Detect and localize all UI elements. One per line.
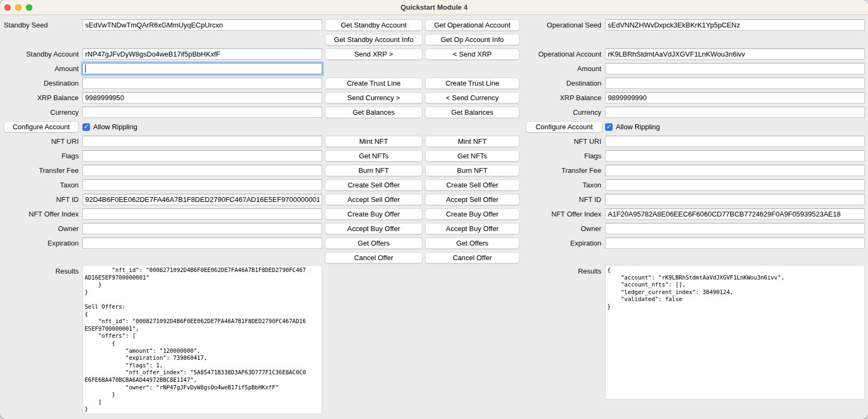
standby-transfer-fee-input[interactable] xyxy=(82,165,322,176)
close-button[interactable] xyxy=(4,4,11,11)
operational-cancel-offer-button[interactable]: Cancel Offer xyxy=(425,252,519,263)
operational-destination-label: Destination xyxy=(522,76,602,90)
operational-burn-nft-button[interactable]: Burn NFT xyxy=(425,165,519,176)
standby-create-trust-line-button[interactable]: Create Trust Line xyxy=(325,78,422,89)
standby-nft-offer-index-label: NFT Offer Index xyxy=(0,207,80,221)
standby-nft-offer-index-input[interactable] xyxy=(82,208,322,220)
operational-currency-label: Currency xyxy=(522,105,602,120)
title-bar: Quickstart Module 4 xyxy=(0,0,868,15)
standby-get-nfts-button[interactable]: Get NFTs xyxy=(325,150,422,162)
operational-seed-label: Operational Seed xyxy=(522,18,602,32)
operational-get-nfts-button[interactable]: Get NFTs xyxy=(425,150,519,162)
standby-expiration-input[interactable] xyxy=(82,238,322,249)
standby-results-textarea[interactable]: "nft_id": "0008271092D4B6F0EE062DE7FA46A… xyxy=(82,265,322,414)
operational-nft-id-input[interactable] xyxy=(605,194,865,205)
standby-taxon-label: Taxon xyxy=(0,178,80,192)
operational-xrp-balance-label: XRP Balance xyxy=(522,90,602,105)
standby-flags-label: Flags xyxy=(0,149,80,163)
standby-expiration-label: Expiration xyxy=(0,236,80,250)
standby-allow-rippling-checkbox[interactable]: Allow Rippling xyxy=(82,123,322,131)
text-caret xyxy=(85,65,86,73)
send-currency-left-button[interactable]: < Send Currency xyxy=(425,92,519,103)
get-standby-account-info-button[interactable]: Get Standby Account Info xyxy=(325,34,422,45)
operational-amount-label: Amount xyxy=(522,61,602,76)
operational-currency-input[interactable] xyxy=(605,107,865,118)
main-form: Standby Seed Get Standby Account Get Ope… xyxy=(0,15,868,418)
operational-nft-id-label: NFT ID xyxy=(522,192,602,207)
operational-mint-nft-button[interactable]: Mint NFT xyxy=(425,136,519,147)
operational-create-sell-offer-button[interactable]: Create Sell Offer xyxy=(425,179,519,191)
operational-expiration-label: Expiration xyxy=(522,236,602,250)
operational-results-label: Results xyxy=(522,265,602,414)
operational-nft-uri-input[interactable] xyxy=(605,136,865,147)
operational-seed-input[interactable] xyxy=(605,19,865,31)
operational-amount-input[interactable] xyxy=(605,63,865,74)
standby-nft-id-input[interactable] xyxy=(82,194,322,205)
operational-create-buy-offer-button[interactable]: Create Buy Offer xyxy=(425,208,519,220)
standby-account-input[interactable] xyxy=(82,48,322,60)
traffic-lights xyxy=(4,0,32,15)
operational-flags-input[interactable] xyxy=(605,150,865,162)
app-window: Quickstart Module 4 Standby Seed Get Sta… xyxy=(0,0,868,419)
standby-currency-input[interactable] xyxy=(82,107,322,118)
operational-results-textarea[interactable]: { "account": "rK9LBRhStdmtAaVdJXGVF1LnKW… xyxy=(605,265,865,400)
operational-allow-rippling-label: Allow Rippling xyxy=(616,123,660,131)
standby-amount-label: Amount xyxy=(0,61,80,76)
operational-get-offers-button[interactable]: Get Offers xyxy=(425,238,519,249)
get-op-account-info-button[interactable]: Get Op Account Info xyxy=(425,34,519,45)
standby-burn-nft-button[interactable]: Burn NFT xyxy=(325,165,422,176)
operational-xrp-balance-input[interactable] xyxy=(605,92,865,103)
operational-account-label: Operational Account xyxy=(522,47,602,61)
standby-nft-uri-input[interactable] xyxy=(82,136,322,147)
operational-transfer-fee-input[interactable] xyxy=(605,165,865,176)
standby-get-offers-button[interactable]: Get Offers xyxy=(325,238,422,249)
standby-owner-input[interactable] xyxy=(82,223,322,234)
standby-get-balances-button[interactable]: Get Balances xyxy=(325,107,422,118)
standby-allow-rippling-label: Allow Rippling xyxy=(93,123,137,131)
window-title: Quickstart Module 4 xyxy=(400,3,467,11)
standby-flags-input[interactable] xyxy=(82,150,322,162)
standby-taxon-input[interactable] xyxy=(82,179,322,191)
standby-xrp-balance-input[interactable] xyxy=(82,92,322,103)
operational-owner-label: Owner xyxy=(522,221,602,236)
standby-create-sell-offer-button[interactable]: Create Sell Offer xyxy=(325,179,422,191)
operational-owner-input[interactable] xyxy=(605,223,865,234)
standby-transfer-fee-label: Transfer Fee xyxy=(0,163,80,178)
operational-destination-input[interactable] xyxy=(605,78,865,89)
operational-taxon-input[interactable] xyxy=(605,179,865,191)
standby-xrp-balance-label: XRP Balance xyxy=(0,90,80,105)
checkbox-checked-icon xyxy=(605,123,613,131)
operational-expiration-input[interactable] xyxy=(605,238,865,249)
standby-configure-account-button[interactable]: Configure Account xyxy=(4,121,79,132)
standby-amount-input[interactable] xyxy=(82,63,322,74)
standby-seed-input[interactable] xyxy=(82,19,322,31)
operational-get-balances-button[interactable]: Get Balances xyxy=(425,107,519,118)
operational-configure-account-button[interactable]: Configure Account xyxy=(526,121,602,132)
standby-mint-nft-button[interactable]: Mint NFT xyxy=(325,136,422,147)
get-operational-account-button[interactable]: Get Operational Account xyxy=(425,19,519,31)
operational-create-trust-line-button[interactable]: Create Trust Line xyxy=(425,78,519,89)
standby-accept-buy-offer-button[interactable]: Accept Buy Offer xyxy=(325,223,422,234)
operational-nft-offer-index-input[interactable] xyxy=(605,208,865,220)
zoom-button[interactable] xyxy=(26,4,32,11)
standby-currency-label: Currency xyxy=(0,105,80,120)
send-xrp-left-button[interactable]: < Send XRP xyxy=(425,48,519,60)
send-currency-right-button[interactable]: Send Currency > xyxy=(325,92,422,103)
operational-account-input[interactable] xyxy=(605,48,865,60)
operational-allow-rippling-checkbox[interactable]: Allow Rippling xyxy=(605,123,865,131)
minimize-button[interactable] xyxy=(15,4,22,11)
standby-destination-label: Destination xyxy=(0,76,80,90)
standby-accept-sell-offer-button[interactable]: Accept Sell Offer xyxy=(325,194,422,205)
operational-accept-sell-offer-button[interactable]: Accept Sell Offer xyxy=(425,194,519,205)
operational-nft-offer-index-label: NFT Offer Index xyxy=(522,207,602,221)
operational-nft-uri-label: NFT URI xyxy=(522,134,602,149)
standby-seed-label: Standby Seed xyxy=(0,18,80,32)
checkbox-checked-icon xyxy=(82,123,90,131)
standby-create-buy-offer-button[interactable]: Create Buy Offer xyxy=(325,208,422,220)
send-xrp-right-button[interactable]: Send XRP > xyxy=(325,48,422,60)
get-standby-account-button[interactable]: Get Standby Account xyxy=(325,19,422,31)
standby-cancel-offer-button[interactable]: Cancel Offer xyxy=(325,252,422,263)
standby-destination-input[interactable] xyxy=(82,78,322,89)
operational-accept-buy-offer-button[interactable]: Accept Buy Offer xyxy=(425,223,519,234)
operational-taxon-label: Taxon xyxy=(522,178,602,192)
